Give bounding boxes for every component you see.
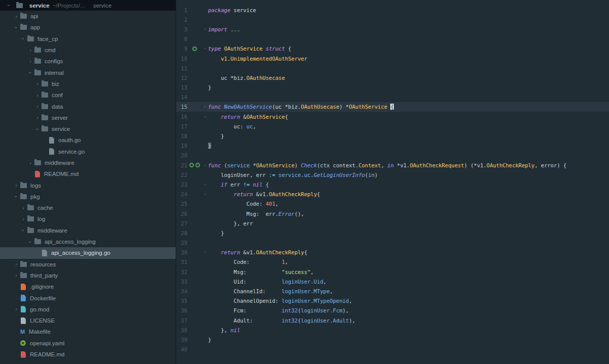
tree-item--gitignore[interactable]: .gitignore bbox=[0, 281, 176, 292]
tree-item-conf[interactable]: conf bbox=[0, 89, 176, 101]
tree-item-pkg[interactable]: pkg bbox=[0, 191, 176, 202]
tree-item-configs[interactable]: configs bbox=[0, 56, 176, 67]
code-line-24[interactable]: 24› return &v1.OAuthCheckReply{ bbox=[176, 190, 609, 199]
chevron-right-icon[interactable] bbox=[13, 306, 19, 312]
chevron-down-icon[interactable] bbox=[27, 239, 33, 245]
tree-item-readme-md[interactable]: README.md bbox=[0, 349, 176, 360]
tree-item-license[interactable]: LICENSE bbox=[0, 315, 176, 326]
code-line-1[interactable]: 1package service bbox=[176, 5, 609, 15]
code-line-37[interactable]: 37 Adult: int32(loginUser.Adult), bbox=[176, 315, 609, 325]
tree-item-data[interactable]: data bbox=[0, 101, 176, 112]
chevron-down-icon[interactable] bbox=[20, 228, 26, 233]
code-line-27[interactable]: 27 }, err bbox=[176, 218, 609, 228]
tree-item-api[interactable]: api bbox=[0, 11, 176, 22]
code-line-26[interactable]: 26 Msg: err.Error(), bbox=[176, 209, 609, 218]
tree-item-biz[interactable]: biz bbox=[0, 78, 176, 89]
implements-gutter-icon[interactable] bbox=[189, 163, 194, 167]
implements-gutter-icons[interactable] bbox=[187, 163, 201, 167]
chevron-down-icon[interactable] bbox=[13, 194, 19, 199]
code-line-25[interactable]: 25 Code: 401, bbox=[176, 199, 609, 209]
line-number[interactable]: 39 bbox=[176, 337, 187, 343]
line-number[interactable]: 23 bbox=[176, 181, 187, 188]
tree-item-middleware[interactable]: middleware bbox=[0, 157, 176, 168]
chevron-right-icon[interactable] bbox=[27, 59, 33, 64]
fold-toggle-icon[interactable]: › bbox=[201, 192, 208, 197]
tree-item-readme-md[interactable]: README.md bbox=[0, 168, 176, 179]
code-line-10[interactable]: 10 v1.UnimplementedOAuthServer bbox=[176, 54, 609, 63]
code-line-28[interactable]: 28 } bbox=[176, 228, 609, 238]
chevron-right-icon[interactable] bbox=[34, 104, 40, 109]
tree-item-third-party[interactable]: third_party bbox=[0, 270, 176, 281]
tree-item-cache[interactable]: cache bbox=[0, 202, 176, 213]
fold-toggle-icon[interactable]: › bbox=[201, 104, 208, 109]
line-number[interactable]: 1 bbox=[176, 7, 187, 13]
code-line-30[interactable]: 30› return &v1.OAuthCheckReply{ bbox=[176, 248, 609, 257]
chevron-right-icon[interactable] bbox=[20, 216, 26, 222]
line-number[interactable]: 26 bbox=[176, 211, 187, 217]
code-line-17[interactable]: 17 uc: uc, bbox=[176, 121, 609, 131]
line-number[interactable]: 16 bbox=[176, 114, 187, 120]
tree-item-log[interactable]: log bbox=[0, 213, 176, 224]
chevron-right-icon[interactable] bbox=[27, 48, 33, 53]
line-number[interactable]: 31 bbox=[176, 259, 187, 265]
tree-item-face-cp[interactable]: face_cp bbox=[0, 33, 176, 44]
chevron-down-icon[interactable] bbox=[13, 25, 19, 30]
line-number[interactable]: 24 bbox=[176, 191, 187, 197]
code-line-8[interactable]: 8 bbox=[176, 34, 609, 44]
line-number[interactable]: 33 bbox=[176, 279, 187, 285]
code-line-16[interactable]: 16› return &OAuthService{ bbox=[176, 112, 609, 121]
line-number[interactable]: 13 bbox=[176, 84, 187, 90]
line-number[interactable]: 3 bbox=[176, 26, 187, 32]
code-line-32[interactable]: 32 Msg: "success", bbox=[176, 267, 609, 277]
code-line-3[interactable]: 3›import ... bbox=[176, 24, 609, 34]
fold-toggle-icon[interactable]: › bbox=[201, 27, 208, 32]
chevron-right-icon[interactable] bbox=[34, 93, 40, 98]
tree-item-api-access-logging[interactable]: api_access_logging bbox=[0, 236, 176, 247]
implements-gutter-icons[interactable] bbox=[187, 47, 201, 51]
tree-item-service-go[interactable]: service.go bbox=[0, 146, 176, 157]
chevron-right-icon[interactable] bbox=[13, 272, 19, 278]
line-number[interactable]: 34 bbox=[176, 288, 187, 294]
chevron-right-icon[interactable] bbox=[34, 115, 40, 120]
code-line-9[interactable]: 9›type OAuthService struct { bbox=[176, 44, 609, 54]
fold-toggle-icon[interactable]: › bbox=[201, 182, 208, 187]
tree-item-openapi-yaml[interactable]: openapi.yaml bbox=[0, 338, 176, 349]
code-line-22[interactable]: 22 loginUser, err := service.uc.GetLogin… bbox=[176, 170, 609, 179]
implements-gutter-icon[interactable] bbox=[192, 47, 197, 51]
code-line-23[interactable]: 23› if err != nil { bbox=[176, 179, 609, 189]
fold-toggle-icon[interactable]: › bbox=[201, 163, 208, 168]
chevron-down-icon[interactable] bbox=[20, 36, 26, 41]
line-number[interactable]: 8 bbox=[176, 36, 187, 42]
line-number[interactable]: 15 bbox=[176, 104, 187, 110]
line-number[interactable]: 21 bbox=[176, 162, 187, 168]
tree-item-resources[interactable]: resources bbox=[0, 259, 176, 270]
code-line-40[interactable]: 40 bbox=[176, 345, 609, 354]
code-line-13[interactable]: 13} bbox=[176, 83, 609, 93]
line-number[interactable]: 35 bbox=[176, 298, 187, 304]
line-number[interactable]: 25 bbox=[176, 201, 187, 207]
tree-item-server[interactable]: server bbox=[0, 112, 176, 123]
code-line-14[interactable]: 14 bbox=[176, 93, 609, 102]
line-number[interactable]: 20 bbox=[176, 152, 187, 158]
tree-item-middleware[interactable]: middleware bbox=[0, 225, 176, 236]
line-number[interactable]: 28 bbox=[176, 230, 187, 236]
code-line-19[interactable]: 19} bbox=[176, 141, 609, 151]
line-number[interactable]: 12 bbox=[176, 75, 187, 81]
code-line-39[interactable]: 39} bbox=[176, 335, 609, 344]
line-number[interactable]: 38 bbox=[176, 327, 187, 333]
project-root-row[interactable]: service ~/Projects/... service bbox=[0, 0, 176, 11]
line-number[interactable]: 2 bbox=[176, 17, 187, 23]
line-number[interactable]: 30 bbox=[176, 249, 187, 255]
line-number[interactable]: 40 bbox=[176, 346, 187, 352]
chevron-right-icon[interactable] bbox=[34, 81, 40, 86]
chevron-right-icon[interactable] bbox=[13, 183, 19, 188]
code-line-12[interactable]: 12 uc *biz.OAuthUsecase bbox=[176, 73, 609, 82]
chevron-right-icon[interactable] bbox=[13, 14, 19, 19]
line-number[interactable]: 36 bbox=[176, 307, 187, 313]
tree-item-logs[interactable]: logs bbox=[0, 179, 176, 191]
line-number[interactable]: 14 bbox=[176, 94, 187, 100]
line-number[interactable]: 32 bbox=[176, 269, 187, 275]
code-line-20[interactable]: 20 bbox=[176, 151, 609, 160]
tree-item-app[interactable]: app bbox=[0, 22, 176, 33]
chevron-right-icon[interactable] bbox=[13, 261, 19, 267]
